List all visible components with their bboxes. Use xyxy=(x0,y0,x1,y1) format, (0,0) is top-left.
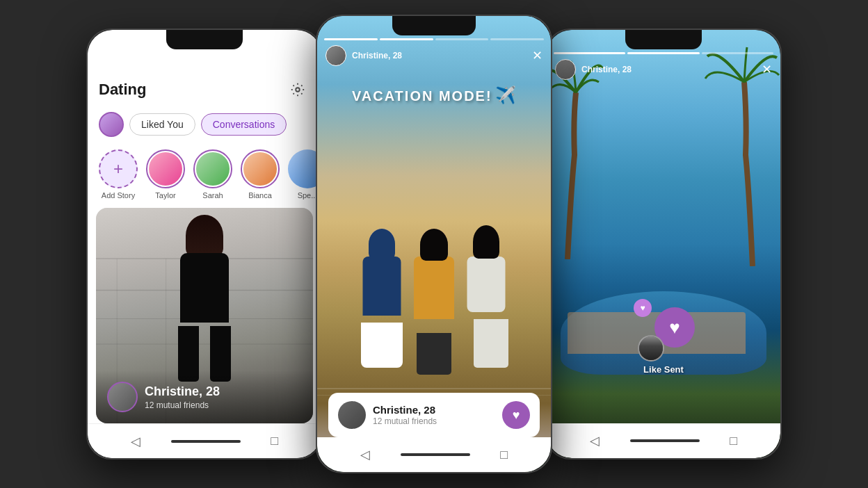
phone-right: Christine, 28 ✕ ♥ ♥ Like Sent xyxy=(545,29,782,459)
stories-row: + Add Story Taylor Sarah xyxy=(88,144,321,208)
bianca-ring[interactable] xyxy=(241,149,280,188)
bottom-nav-left: ◁ □ xyxy=(88,423,321,458)
screen-center: Christine, 28 ✕ VACATION MODE! ✈️ Christ… xyxy=(317,16,551,472)
home-indicator-left[interactable] xyxy=(171,440,241,443)
story-sarah[interactable]: Sarah xyxy=(193,149,232,200)
gear-button[interactable] xyxy=(285,77,310,102)
profile-mutual: 12 mutual friends xyxy=(145,400,220,410)
back-btn-center[interactable]: ◁ xyxy=(360,447,370,462)
like-button-center[interactable]: ♥ xyxy=(502,401,530,429)
center-card-name: Christine, 28 xyxy=(373,404,495,416)
square-btn-left[interactable]: □ xyxy=(271,434,278,448)
close-btn-center[interactable]: ✕ xyxy=(532,48,542,63)
phones-container: Dating Liked You Conversations xyxy=(86,15,782,473)
story-add-label: Add Story xyxy=(102,191,135,200)
story-bar-2 xyxy=(380,38,433,40)
like-sent-user-avatar xyxy=(638,335,664,361)
center-card-avatar xyxy=(338,401,366,429)
bianca-label: Bianca xyxy=(248,191,272,200)
bianca-avatar xyxy=(243,152,277,186)
phone-center: Christine, 28 ✕ VACATION MODE! ✈️ Christ… xyxy=(316,15,552,473)
bottom-nav-right: ◁ □ xyxy=(547,423,780,458)
center-card-mutual: 12 mutual friends xyxy=(373,416,495,426)
story-center-username: Christine, 28 xyxy=(352,51,402,60)
taylor-label: Taylor xyxy=(155,191,175,200)
like-sent-bubbles: ♥ ♥ xyxy=(632,298,695,360)
screen-right: Christine, 28 ✕ ♥ ♥ Like Sent xyxy=(547,30,780,458)
bottom-nav-center: ◁ □ xyxy=(317,437,551,472)
profile-card[interactable]: Christine, 28 12 mutual friends xyxy=(96,208,313,423)
back-btn-left[interactable]: ◁ xyxy=(131,434,140,449)
taylor-avatar xyxy=(149,152,182,186)
airplane-icon: ✈️ xyxy=(495,86,516,104)
story-right-avatar xyxy=(555,59,576,80)
screen-left: Dating Liked You Conversations xyxy=(88,30,321,458)
small-heart-bubble: ♥ xyxy=(634,299,652,317)
close-btn-right[interactable]: ✕ xyxy=(762,62,772,77)
story-bar-r3 xyxy=(702,52,773,54)
square-btn-center[interactable]: □ xyxy=(500,448,508,462)
story-bar-r2 xyxy=(627,52,699,54)
profile-name: Christine, 28 xyxy=(145,384,220,399)
person-silhouette xyxy=(163,215,246,382)
spe-label: Spe... xyxy=(298,191,318,200)
story-bianca[interactable]: Bianca xyxy=(241,149,280,200)
taylor-ring[interactable] xyxy=(146,149,185,188)
user-avatar[interactable] xyxy=(99,112,124,137)
home-indicator-center[interactable] xyxy=(401,453,470,456)
svg-point-0 xyxy=(296,88,300,92)
center-bottom-card: Christine, 28 12 mutual friends ♥ xyxy=(328,393,540,437)
tab-liked-you[interactable]: Liked You xyxy=(129,113,195,136)
tab-conversations[interactable]: Conversations xyxy=(201,113,287,136)
profile-info-overlay: Christine, 28 12 mutual friends xyxy=(96,371,313,423)
story-bar-3 xyxy=(435,38,489,40)
sarah-label: Sarah xyxy=(202,191,223,200)
sarah-avatar xyxy=(196,152,230,186)
story-right-username: Christine, 28 xyxy=(581,65,632,74)
tabs-row: Liked You Conversations xyxy=(88,109,321,144)
story-center-avatar xyxy=(326,45,346,66)
back-btn-right[interactable]: ◁ xyxy=(590,433,600,448)
story-bar-1 xyxy=(324,38,378,40)
story-taylor[interactable]: Taylor xyxy=(146,149,185,200)
story-add-item[interactable]: + Add Story xyxy=(99,149,138,200)
like-sent-label: Like Sent xyxy=(643,364,684,375)
dating-header: Dating xyxy=(88,49,321,109)
dating-title: Dating xyxy=(99,81,146,99)
profile-mini-avatar[interactable] xyxy=(107,382,138,412)
vacation-mode-text: VACATION MODE! xyxy=(352,88,492,104)
add-story-circle[interactable]: + xyxy=(99,149,138,188)
sarah-ring[interactable] xyxy=(193,149,232,188)
like-sent-overlay: ♥ ♥ Like Sent xyxy=(632,298,695,375)
story-bar-4 xyxy=(490,38,544,40)
story-bar-r1 xyxy=(554,52,625,54)
home-indicator-right[interactable] xyxy=(630,439,700,442)
center-card-info: Christine, 28 12 mutual friends xyxy=(373,404,495,426)
square-btn-right[interactable]: □ xyxy=(730,434,737,448)
vacation-text-area: VACATION MODE! ✈️ xyxy=(317,86,551,105)
phone-left: Dating Liked You Conversations xyxy=(86,29,323,459)
